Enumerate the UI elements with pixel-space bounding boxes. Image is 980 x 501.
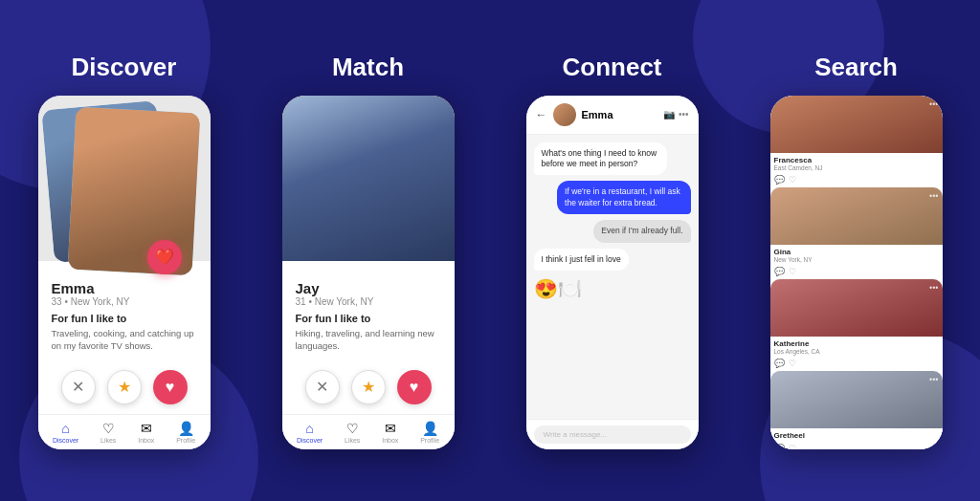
match-action-buttons: ✕ ★ ♥ [282,362,455,414]
search-card-actions-2: 💬 ♡ [770,357,943,371]
search-card-3[interactable]: ••• Gretheel 💬 ♡ [770,371,943,449]
search-card-name-1: Gina [774,248,939,256]
match-nav-profile-icon: 👤 [422,421,438,436]
search-card-name-3: Gretheel [774,431,939,440]
match-profile-content: Jay 31 • New York, NY For fun I like to … [282,261,455,362]
discover-nav-home-label: Discover [53,437,78,444]
search-card-heart-3[interactable]: ♡ [789,444,796,449]
search-card-chat-1[interactable]: 💬 [774,267,785,276]
search-card-name-0: Francesca [774,156,939,164]
discover-nav-likes-label: Likes [100,437,116,444]
search-card-0[interactable]: ••• Francesca East Camden, NJ 💬 ♡ [770,96,943,187]
discover-star-btn[interactable]: ★ [107,370,142,404]
chat-messages: What's one thing I need to know before w… [526,135,699,419]
match-phone: Jay 31 • New York, NY For fun I like to … [282,96,455,449]
search-card-info-3: Gretheel [770,428,943,442]
match-nav-likes[interactable]: ♡ Likes [345,421,360,444]
match-profile-name: Jay [296,280,441,296]
discover-nav-likes-icon: ♡ [102,421,115,436]
search-card-chat-2[interactable]: 💬 [774,359,785,368]
chat-action-icons: 📷 ••• [663,109,689,120]
discover-like-btn[interactable]: ♥ [153,370,188,404]
match-bio: Hiking, traveling, and learning new lang… [296,327,441,353]
match-star-btn[interactable]: ★ [351,370,386,404]
discover-nav-inbox-icon: ✉ [141,421,152,436]
chat-person-name: Emma [582,109,657,120]
search-card-sub-1: New York, NY [774,256,939,263]
search-card-heart-1[interactable]: ♡ [789,267,796,276]
discover-cross-btn[interactable]: ✕ [61,370,96,404]
search-card-actions-1: 💬 ♡ [770,265,943,279]
match-nav-inbox[interactable]: ✉ Inbox [382,421,398,444]
match-nav-home-label: Discover [297,437,323,444]
match-cross-btn[interactable]: ✕ [305,370,340,404]
section-search: Search ••• Francesca East Camden, NJ 💬 ♡ [742,53,970,449]
match-person [282,96,455,261]
discover-phone: ❤️ Emma 33 • New York, NY For fun I like… [38,96,211,449]
chat-avatar [553,103,576,126]
section-discover: Discover ❤️ Emma 33 • New York, NY For f… [10,53,238,449]
chat-msg-4: I think I just fell in love [534,249,629,271]
back-arrow-icon[interactable]: ← [536,108,547,121]
discover-profile-name: Emma [52,280,197,296]
discover-nav-home-icon: ⌂ [61,421,69,436]
discover-bio-title: For fun I like to [52,313,197,324]
chat-msg-2: If we're in a restaurant, I will ask the… [557,181,690,214]
section-title-connect: Connect [563,53,662,82]
search-phone: ••• Francesca East Camden, NJ 💬 ♡ ••• Gi… [770,96,943,449]
match-nav-discover[interactable]: ⌂ Discover [297,421,323,444]
match-nav-inbox-icon: ✉ [385,421,396,436]
match-bio-title: For fun I like to [296,313,441,324]
more-icon[interactable]: ••• [679,109,689,120]
discover-photo-area: ❤️ [38,96,211,261]
discover-action-buttons: ✕ ★ ♥ [38,362,211,414]
discover-nav-inbox-label: Inbox [138,437,154,444]
search-card-chat-0[interactable]: 💬 [774,175,785,185]
search-card-1[interactable]: ••• Gina New York, NY 💬 ♡ [770,187,943,279]
search-card-actions-0: 💬 ♡ [770,173,943,187]
search-card-chat-3[interactable]: 💬 [774,444,785,449]
discover-profile-sub: 33 • New York, NY [52,296,197,307]
search-card-dots-2[interactable]: ••• [929,283,938,293]
discover-nav-profile-icon: 👤 [178,421,194,436]
discover-nav-inbox[interactable]: ✉ Inbox [138,421,154,444]
search-card-heart-2[interactable]: ♡ [789,359,796,368]
video-icon[interactable]: 📷 [663,109,675,120]
search-card-dots-0[interactable]: ••• [929,99,938,109]
search-card-dots-1[interactable]: ••• [929,191,938,201]
section-title-search: Search [814,53,898,82]
discover-heart-btn[interactable]: ❤️ [147,240,182,274]
section-title-match: Match [332,53,404,82]
match-photo-area [282,96,455,261]
match-nav-profile-label: Profile [420,437,439,444]
discover-nav-discover[interactable]: ⌂ Discover [53,421,78,444]
match-nav-likes-icon: ♡ [346,421,359,436]
match-nav-inbox-label: Inbox [382,437,398,444]
chat-msg-emoji: 😍🍽️ [534,276,582,302]
search-card-info-0: Francesca East Camden, NJ [770,153,943,173]
search-card-sub-0: East Camden, NJ [774,164,939,171]
match-phone-nav: ⌂ Discover ♡ Likes ✉ Inbox 👤 Profile [282,414,455,449]
search-card-sub-2: Los Angeles, CA [774,348,939,355]
section-title-discover: Discover [72,53,177,82]
discover-bio: Traveling, cooking, and catching up on m… [52,327,197,353]
discover-nav-likes[interactable]: ♡ Likes [100,421,116,444]
match-like-btn[interactable]: ♥ [397,370,432,404]
section-match: Match Jay 31 • New York, NY For fun I li… [254,53,482,449]
search-card-info-2: Katherine Los Angeles, CA [770,337,943,357]
search-card-heart-0[interactable]: ♡ [789,175,796,185]
match-profile-sub: 31 • New York, NY [296,296,441,307]
main-container: Discover ❤️ Emma 33 • New York, NY For f… [0,33,980,468]
chat-msg-3: Even if I'm already full. [593,220,690,242]
chat-input-area[interactable]: Write a message... [526,419,699,449]
discover-nav-profile[interactable]: 👤 Profile [176,421,195,444]
search-grid: ••• Francesca East Camden, NJ 💬 ♡ ••• Gi… [770,96,943,449]
chat-input[interactable]: Write a message... [534,425,691,444]
match-nav-likes-label: Likes [345,437,360,444]
search-card-2[interactable]: ••• Katherine Los Angeles, CA 💬 ♡ [770,279,943,371]
match-nav-profile[interactable]: 👤 Profile [420,421,439,444]
search-card-info-1: Gina New York, NY [770,245,943,265]
chat-msg-1: What's one thing I need to know before w… [534,142,667,176]
search-card-dots-3[interactable]: ••• [929,375,938,384]
discover-nav-profile-label: Profile [176,437,195,444]
